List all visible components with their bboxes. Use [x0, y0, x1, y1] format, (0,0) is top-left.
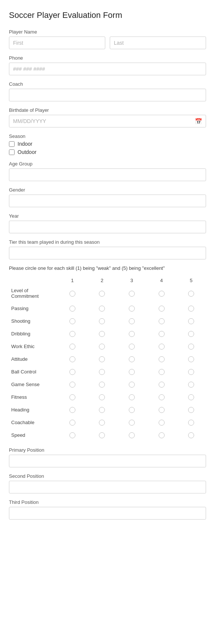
birthdate-group: Birthdate of Player 📅: [9, 107, 206, 127]
table-row: Attitude: [9, 353, 206, 365]
third-position-input[interactable]: [9, 507, 206, 520]
skill-9-rating-2[interactable]: [99, 407, 105, 413]
second-position-input[interactable]: [9, 481, 206, 493]
skill-10-rating-5[interactable]: [188, 420, 194, 426]
skill-2-rating-3[interactable]: [129, 318, 135, 324]
skill-name-header: [9, 276, 57, 285]
age-group-group: Age Group: [9, 161, 206, 181]
skill-7-rating-2[interactable]: [99, 382, 105, 388]
skill-4-rating-2[interactable]: [99, 344, 105, 350]
skill-8-rating-3[interactable]: [129, 394, 135, 400]
skill-6-rating-5[interactable]: [188, 369, 194, 375]
skill-6-rating-2[interactable]: [99, 369, 105, 375]
skill-9-rating-4[interactable]: [159, 407, 165, 413]
skill-9-rating-5[interactable]: [188, 407, 194, 413]
skill-2-rating-4[interactable]: [159, 318, 165, 324]
skill-11-rating-3[interactable]: [129, 432, 135, 438]
skill-3-rating-2[interactable]: [99, 331, 105, 337]
skill-7-rating-5[interactable]: [188, 382, 194, 388]
player-name-label: Player Name: [9, 29, 206, 35]
skill-5-rating-2[interactable]: [99, 356, 105, 362]
skill-5-rating-1[interactable]: [69, 356, 75, 362]
skill-2-rating-5[interactable]: [188, 318, 194, 324]
skill-11-rating-4[interactable]: [159, 432, 165, 438]
skill-11-rating-1[interactable]: [69, 432, 75, 438]
skill-7-rating-1[interactable]: [69, 382, 75, 388]
outdoor-checkbox[interactable]: [9, 149, 15, 155]
skill-10-rating-2[interactable]: [99, 420, 105, 426]
skill-7-rating-4[interactable]: [159, 382, 165, 388]
skill-name: Fitness: [9, 391, 57, 403]
skill-1-rating-1[interactable]: [69, 306, 75, 312]
skill-1-rating-5[interactable]: [188, 306, 194, 312]
gender-input[interactable]: [9, 195, 206, 207]
skill-8-rating-1[interactable]: [69, 394, 75, 400]
skill-5-rating-4[interactable]: [159, 356, 165, 362]
skill-3-rating-4[interactable]: [159, 331, 165, 337]
skill-3-rating-1[interactable]: [69, 331, 75, 337]
skill-5-rating-3[interactable]: [129, 356, 135, 362]
birthdate-input[interactable]: [9, 115, 206, 127]
gender-label: Gender: [9, 187, 206, 193]
skill-6-rating-3[interactable]: [129, 369, 135, 375]
season-checkboxes: Indoor Outdoor: [9, 141, 206, 155]
outdoor-checkbox-item: Outdoor: [9, 149, 206, 155]
skill-4-rating-3[interactable]: [129, 344, 135, 350]
skill-7-rating-3[interactable]: [129, 382, 135, 388]
skill-9-rating-3[interactable]: [129, 407, 135, 413]
rating-4-header: 4: [147, 276, 177, 285]
skill-1-rating-4[interactable]: [159, 306, 165, 312]
phone-input[interactable]: [9, 63, 206, 75]
rating-2-header: 2: [87, 276, 117, 285]
table-row: Fitness: [9, 391, 206, 403]
skill-10-rating-1[interactable]: [69, 420, 75, 426]
rating-5-header: 5: [176, 276, 206, 285]
first-name-input[interactable]: [9, 37, 105, 49]
phone-group: Phone: [9, 55, 206, 75]
skill-0-rating-2[interactable]: [99, 291, 105, 297]
skill-8-rating-4[interactable]: [159, 394, 165, 400]
coach-input[interactable]: [9, 89, 206, 101]
table-row: Speed: [9, 429, 206, 441]
skill-4-rating-1[interactable]: [69, 344, 75, 350]
skill-4-rating-5[interactable]: [188, 344, 194, 350]
tier-input[interactable]: [9, 247, 206, 259]
skill-0-rating-3[interactable]: [129, 291, 135, 297]
skill-1-rating-2[interactable]: [99, 306, 105, 312]
skill-0-rating-4[interactable]: [159, 291, 165, 297]
skill-3-rating-3[interactable]: [129, 331, 135, 337]
skill-name: Shooting: [9, 315, 57, 327]
skill-9-rating-1[interactable]: [69, 407, 75, 413]
primary-position-input[interactable]: [9, 455, 206, 467]
skill-6-rating-1[interactable]: [69, 369, 75, 375]
skill-6-rating-4[interactable]: [159, 369, 165, 375]
year-input[interactable]: [9, 221, 206, 233]
last-name-input[interactable]: [110, 37, 206, 49]
skill-8-rating-5[interactable]: [188, 394, 194, 400]
tier-group: Tier this team played in during this sea…: [9, 239, 206, 259]
table-row: Passing: [9, 302, 206, 315]
indoor-label: Indoor: [18, 141, 32, 147]
coach-group: Coach: [9, 81, 206, 101]
skill-2-rating-1[interactable]: [69, 318, 75, 324]
skill-0-rating-5[interactable]: [188, 291, 194, 297]
skill-10-rating-3[interactable]: [129, 420, 135, 426]
skill-1-rating-3[interactable]: [129, 306, 135, 312]
skill-2-rating-2[interactable]: [99, 318, 105, 324]
skill-8-rating-2[interactable]: [99, 394, 105, 400]
skill-3-rating-5[interactable]: [188, 331, 194, 337]
skill-name: Dribbling: [9, 327, 57, 340]
third-position-group: Third Position: [9, 499, 206, 520]
skill-4-rating-4[interactable]: [159, 344, 165, 350]
primary-position-label: Primary Position: [9, 447, 206, 453]
second-position-label: Second Position: [9, 473, 206, 479]
age-group-input[interactable]: [9, 168, 206, 181]
skill-0-rating-1[interactable]: [69, 291, 75, 297]
skill-11-rating-2[interactable]: [99, 432, 105, 438]
skill-5-rating-5[interactable]: [188, 356, 194, 362]
page-title: Soccer Player Evaluation Form: [9, 10, 206, 20]
skill-10-rating-4[interactable]: [159, 420, 165, 426]
indoor-checkbox[interactable]: [9, 141, 15, 147]
skill-11-rating-5[interactable]: [188, 432, 194, 438]
skill-name: Work Ethic: [9, 340, 57, 353]
